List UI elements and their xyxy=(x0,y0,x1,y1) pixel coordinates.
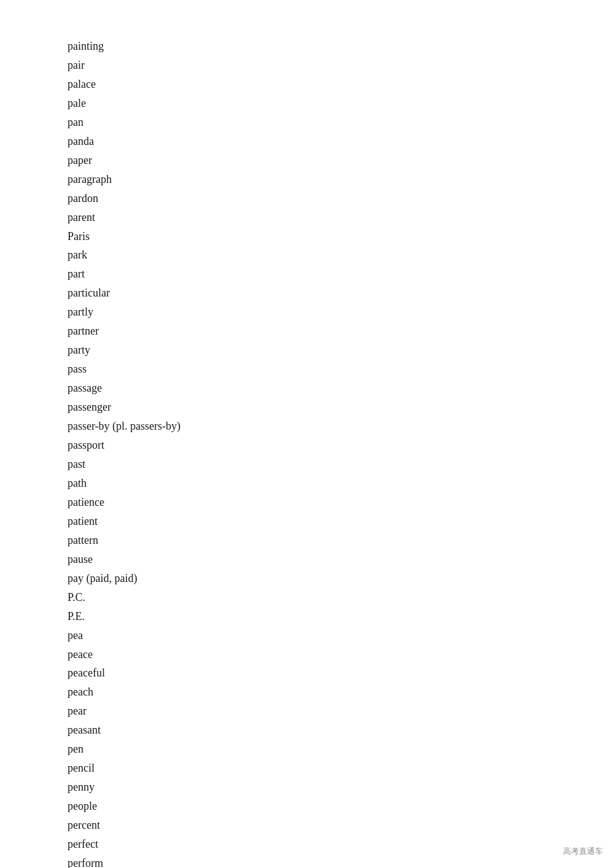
list-item: pattern xyxy=(68,531,614,550)
list-item: pan xyxy=(68,113,614,132)
list-item: peaceful xyxy=(68,664,614,683)
list-item: partly xyxy=(68,303,614,322)
list-item: penny xyxy=(68,778,614,797)
list-item: passer-by (pl. passers-by) xyxy=(68,417,614,436)
list-item: party xyxy=(68,341,614,360)
list-item: pay (paid, paid) xyxy=(68,569,614,588)
list-item: P.E. xyxy=(68,607,614,626)
list-item: pale xyxy=(68,94,614,113)
list-item: pair xyxy=(68,56,614,75)
list-item: pass xyxy=(68,360,614,379)
list-item: P.C. xyxy=(68,588,614,607)
list-item: past xyxy=(68,455,614,474)
list-item: pencil xyxy=(68,759,614,778)
list-item: pea xyxy=(68,626,614,645)
list-item: passenger xyxy=(68,398,614,417)
list-item: perfect xyxy=(68,835,614,854)
list-item: passport xyxy=(68,436,614,455)
list-item: partner xyxy=(68,322,614,341)
list-item: peasant xyxy=(68,721,614,740)
list-item: paper xyxy=(68,151,614,170)
list-item: parent xyxy=(68,208,614,227)
list-item: percent xyxy=(68,816,614,835)
list-item: patience xyxy=(68,493,614,512)
list-item: pear xyxy=(68,702,614,721)
list-item: people xyxy=(68,797,614,816)
list-item: pen xyxy=(68,740,614,759)
list-item: Paris xyxy=(68,227,614,246)
list-item: paragraph xyxy=(68,170,614,189)
list-item: pause xyxy=(68,550,614,569)
list-item: part xyxy=(68,265,614,284)
list-item: peace xyxy=(68,645,614,664)
list-item: perform xyxy=(68,854,614,868)
list-item: path xyxy=(68,474,614,493)
list-item: passage xyxy=(68,379,614,398)
list-item: park xyxy=(68,246,614,265)
list-item: particular xyxy=(68,284,614,303)
list-item: painting xyxy=(68,37,614,56)
watermark: 高考直通车 xyxy=(563,846,603,857)
list-item: palace xyxy=(68,75,614,94)
list-item: panda xyxy=(68,132,614,151)
list-item: patient xyxy=(68,512,614,531)
list-item: peach xyxy=(68,683,614,702)
list-item: pardon xyxy=(68,189,614,208)
word-list: paintingpairpalacepalepanpandapaperparag… xyxy=(0,0,614,868)
